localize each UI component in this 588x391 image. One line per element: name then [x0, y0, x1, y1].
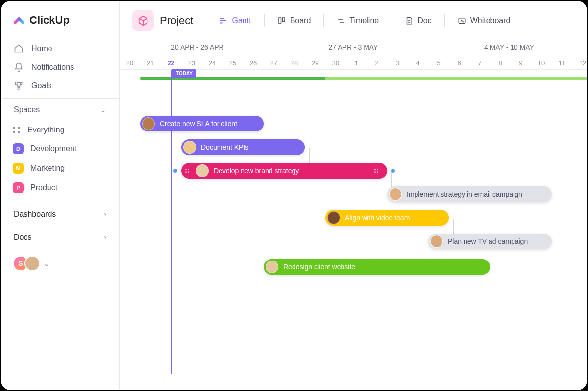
- day-cell[interactable]: 24: [202, 56, 222, 69]
- brand-text: ClickUp: [29, 14, 70, 26]
- day-cell[interactable]: 28: [284, 56, 305, 69]
- timeline-icon: [337, 16, 345, 25]
- home-icon: [14, 44, 24, 53]
- assignee-avatar[interactable]: [142, 117, 155, 130]
- week-headers: 20 APR - 26 APR27 APR - 3 MAY4 MAY - 10 …: [120, 40, 587, 56]
- section-label: Dashboards: [14, 210, 56, 219]
- day-cell[interactable]: 11: [552, 56, 572, 69]
- task-bar[interactable]: Develop new brand strategy: [181, 163, 387, 179]
- day-cell[interactable]: 7: [469, 56, 490, 69]
- task-bar[interactable]: Implement strategy in email campaign: [387, 186, 552, 202]
- day-cell[interactable]: 21: [140, 56, 161, 69]
- view-doc[interactable]: Doc: [403, 13, 433, 28]
- today-badge: TODAY: [172, 69, 196, 78]
- sidebar: ClickUp Home Notifications Goals Spaces …: [1, 1, 120, 390]
- nav-home[interactable]: Home: [7, 39, 113, 58]
- dependency-dot[interactable]: [173, 169, 177, 173]
- view-whiteboard[interactable]: Whiteboard: [456, 13, 513, 28]
- task-bar[interactable]: Redesign client website: [264, 259, 490, 275]
- space-badge: D: [13, 143, 24, 154]
- task-label: Redesign client website: [283, 263, 355, 271]
- week-header: 27 APR - 3 MAY: [275, 40, 431, 56]
- assignee-avatar[interactable]: [266, 261, 278, 273]
- drag-handle-icon[interactable]: [183, 169, 191, 173]
- bell-icon: [14, 62, 24, 72]
- day-cell[interactable]: 3: [387, 56, 408, 69]
- view-tabs: Gantt Board Timeline Doc Whiteboard: [217, 13, 512, 28]
- task-bar[interactable]: Create new SLA for client: [140, 116, 264, 131]
- day-cell[interactable]: 22: [161, 56, 181, 69]
- day-cell[interactable]: 4: [408, 56, 428, 69]
- space-label: Product: [30, 183, 57, 192]
- task-bar[interactable]: Plan new TV ad campaign: [428, 234, 552, 249]
- day-cell[interactable]: 1: [346, 56, 367, 69]
- doc-icon: [405, 16, 414, 25]
- day-cell[interactable]: 27: [264, 56, 284, 69]
- assignee-avatar[interactable]: [196, 164, 209, 177]
- nav-primary: Home Notifications Goals: [1, 36, 119, 98]
- task-label: Document KPIs: [201, 143, 248, 151]
- everything-item[interactable]: Everything: [7, 121, 113, 139]
- view-label: Gantt: [232, 16, 251, 25]
- dependency-dot[interactable]: [391, 169, 395, 173]
- view-label: Whiteboard: [470, 16, 511, 25]
- task-bar[interactable]: Align with video team: [325, 210, 449, 226]
- assignee-avatar[interactable]: [430, 235, 443, 248]
- day-cell[interactable]: 5: [428, 56, 449, 69]
- day-cell[interactable]: 26: [243, 56, 264, 69]
- board-icon: [277, 16, 286, 25]
- space-development[interactable]: D Development: [7, 139, 113, 158]
- view-label: Doc: [417, 16, 431, 25]
- day-cell[interactable]: 12: [572, 56, 587, 69]
- user-avatar-photo: [24, 256, 40, 271]
- week-header: 4 MAY - 10 MAY: [431, 40, 587, 56]
- logo[interactable]: ClickUp: [1, 1, 119, 36]
- clickup-logo-icon: [13, 14, 25, 26]
- nav-trophy[interactable]: Goals: [7, 77, 113, 95]
- svg-rect-4: [282, 18, 285, 22]
- section-docs[interactable]: Docs ›: [1, 226, 119, 249]
- progress-done: [140, 77, 325, 80]
- assignee-avatar[interactable]: [183, 141, 196, 154]
- day-cell[interactable]: 30: [325, 56, 346, 69]
- project-icon[interactable]: [132, 10, 154, 31]
- collapsible-sections: Dashboards › Docs ›: [1, 203, 119, 249]
- view-timeline[interactable]: Timeline: [335, 13, 381, 28]
- assignee-avatar[interactable]: [327, 211, 340, 224]
- chevron-down-icon: ⌄: [43, 259, 49, 268]
- view-board[interactable]: Board: [275, 13, 313, 28]
- section-dashboards[interactable]: Dashboards ›: [1, 203, 119, 226]
- task-label: Develop new brand strategy: [214, 167, 299, 175]
- gantt-body[interactable]: TODAY Create new SLA for client Document…: [120, 70, 587, 374]
- day-cell[interactable]: 6: [449, 56, 469, 69]
- day-cell[interactable]: 2: [367, 56, 387, 69]
- day-cell[interactable]: 29: [305, 56, 325, 69]
- assignee-avatar[interactable]: [389, 188, 402, 201]
- user-switcher[interactable]: S ⌄: [1, 249, 119, 278]
- day-cell[interactable]: 10: [531, 56, 552, 69]
- separator: [444, 14, 445, 27]
- drag-handle-icon[interactable]: [372, 169, 380, 173]
- nav-label: Home: [31, 44, 52, 53]
- day-cell[interactable]: 20: [120, 56, 140, 69]
- separator: [206, 14, 206, 27]
- day-cell[interactable]: 9: [511, 56, 531, 69]
- spaces-section: Spaces ⌄ Everything D Development M Mark…: [1, 98, 119, 203]
- day-cell[interactable]: 23: [181, 56, 202, 69]
- gantt-icon: [219, 16, 228, 25]
- day-cell[interactable]: 8: [490, 56, 511, 69]
- space-product[interactable]: P Product: [7, 178, 113, 198]
- project-title: Project: [160, 14, 193, 27]
- trophy-icon: [14, 81, 24, 91]
- everything-label: Everything: [27, 126, 65, 134]
- space-marketing[interactable]: M Marketing: [7, 158, 113, 178]
- task-bar[interactable]: Document KPIs: [181, 139, 305, 155]
- spaces-header[interactable]: Spaces ⌄: [1, 99, 119, 121]
- chevron-down-icon: ⌄: [100, 106, 106, 114]
- nav-bell[interactable]: Notifications: [7, 58, 113, 77]
- day-cell[interactable]: 25: [222, 56, 243, 69]
- view-gantt[interactable]: Gantt: [217, 13, 253, 28]
- main-content: Project Gantt Board Timeline Doc Whitebo…: [120, 1, 587, 390]
- section-label: Docs: [14, 233, 31, 242]
- task-label: Create new SLA for client: [160, 120, 237, 128]
